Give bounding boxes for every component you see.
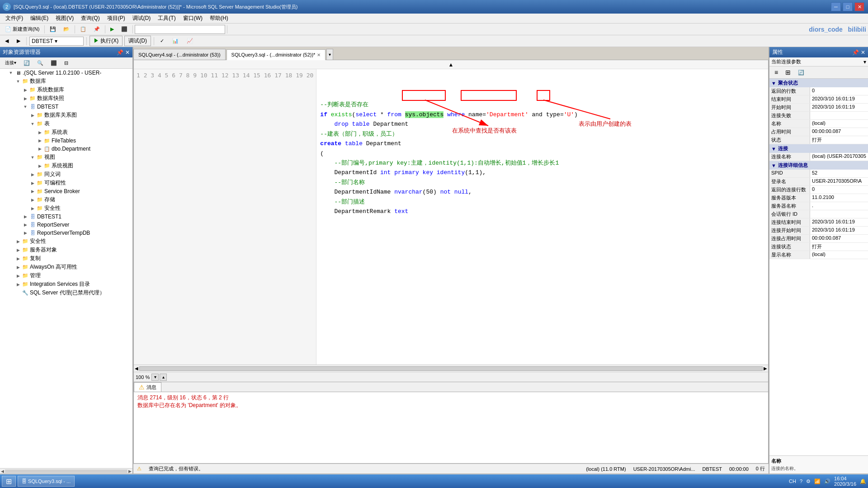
prop-section-aggregate[interactable]: ▼ 聚合状态 <box>769 79 868 87</box>
close-button[interactable]: ✕ <box>854 2 864 11</box>
oe-close-icon[interactable]: ✕ <box>125 49 130 56</box>
tree-item-sqlagent[interactable]: ▶ 🔧 SQL Server 代理(已禁用代理） <box>0 289 132 297</box>
new-query-button[interactable]: 📄 新建查询(N) <box>2 24 42 34</box>
taskbar-notification[interactable]: 🔔 <box>860 479 866 484</box>
save-button[interactable]: 💾 <box>47 25 59 33</box>
taskbar-app-btn[interactable]: 🗄 SQLQuery3.sql - ... <box>18 476 75 487</box>
prop-refresh-btn[interactable]: 🔄 <box>795 67 807 77</box>
parse-button[interactable]: ✓ <box>157 37 167 45</box>
results-button[interactable]: 📊 <box>169 37 182 45</box>
tab-sqlquery4[interactable]: SQLQuery4.sql - (...dministrator (53)) <box>133 49 226 60</box>
tree-item-prog[interactable]: ▶ 📁 可编程性 <box>0 179 132 187</box>
stop-button[interactable]: ⬛ <box>118 25 131 33</box>
maximize-button[interactable]: □ <box>843 2 853 11</box>
tree-item-replication[interactable]: ▶ 📁 复制 <box>0 254 132 263</box>
expander-security-db[interactable]: ▶ <box>29 205 36 212</box>
expander-sysviews[interactable]: ▶ <box>36 162 43 170</box>
tree-item-alwayson[interactable]: ▶ 📁 AlwaysOn 高可用性 <box>0 263 132 271</box>
oe-collapse-btn[interactable]: ⊟ <box>61 58 71 67</box>
expander-systables[interactable]: ▶ <box>36 129 43 136</box>
include-actual-button[interactable]: 📈 <box>184 37 196 45</box>
expander-views[interactable]: ▼ <box>29 154 36 161</box>
menu-tools[interactable]: 工具(T) <box>154 14 179 23</box>
prop-categorized-btn[interactable]: ≡ <box>771 67 781 77</box>
copy-button[interactable]: 📋 <box>77 25 90 33</box>
tree-item-management[interactable]: ▶ 📁 管理 <box>0 271 132 280</box>
code-body[interactable]: 在系统中查找是否有该表 表示由用户创建的表 --判断表是否存在 if exist… <box>316 69 768 365</box>
tree-item-dbtest[interactable]: ▼ 🗄 DBTEST <box>0 103 132 111</box>
expander-dbtest[interactable]: ▼ <box>22 103 29 110</box>
menu-query[interactable]: 查询(Q) <box>77 14 103 23</box>
zoom-down-btn[interactable]: ▾ <box>151 374 159 381</box>
expander-filetables[interactable]: ▶ <box>36 137 43 144</box>
prop-dropdown[interactable]: 当前连接参数 <box>771 58 863 65</box>
open-button[interactable]: 📂 <box>60 25 73 33</box>
tree-item-reporttempdb[interactable]: ▶ 🗄 ReportServerTempDB <box>0 229 132 237</box>
expander-security-srv[interactable]: ▶ <box>14 238 22 245</box>
tree-item-databases[interactable]: ▼ 📁 数据库 <box>0 77 132 85</box>
taskbar-question[interactable]: ? <box>800 479 802 484</box>
tree-item-storage[interactable]: ▶ 📁 存储 <box>0 195 132 204</box>
menu-view[interactable]: 视图(V) <box>52 14 77 23</box>
expander-systemdb[interactable]: ▶ <box>22 86 29 94</box>
oe-stop-btn[interactable]: ⬛ <box>47 58 60 67</box>
expander-databases[interactable]: ▼ <box>14 78 22 85</box>
prop-dropdown-arrow[interactable]: ▾ <box>863 59 866 65</box>
database-dropdown[interactable]: DBTEST ▾ <box>29 37 84 46</box>
tree-item-systemdb[interactable]: ▶ 📁 系统数据库 <box>0 85 132 94</box>
result-tab-messages[interactable]: ⚠ 消息 <box>134 382 161 392</box>
tree-item-dept[interactable]: ▶ 📋 dbo.Department <box>0 145 132 153</box>
menu-window[interactable]: 窗口(W) <box>179 14 206 23</box>
expander-snapshots[interactable]: ▶ <box>22 95 29 102</box>
tree-item-reportserver[interactable]: ▶ 🗄 ReportServer <box>0 221 132 229</box>
execute-button[interactable]: ▶ 执行(X) <box>90 36 123 46</box>
expander-reportserver[interactable]: ▶ <box>22 221 29 228</box>
paste-button[interactable]: 📌 <box>90 25 103 33</box>
tab-close-icon[interactable]: ✕ <box>317 52 321 57</box>
tree-item-serverobj[interactable]: ▶ 📁 服务器对象 <box>0 246 132 254</box>
expander-diagrams[interactable]: ▶ <box>29 112 36 119</box>
tab-sqlquery3[interactable]: SQLQuery3.sql - (...dministrator (52))* … <box>226 49 326 60</box>
tree-item-sysviews[interactable]: ▶ 📁 系统视图 <box>0 161 132 170</box>
tree-item-security-srv[interactable]: ▶ 📁 安全性 <box>0 237 132 246</box>
zoom-up-btn[interactable]: ▴ <box>160 374 167 381</box>
oe-connect-btn[interactable]: 连接▾ <box>2 58 19 67</box>
tree-item-security-db[interactable]: ▶ 📁 安全性 <box>0 204 132 213</box>
expander-root[interactable]: ▼ <box>7 69 14 76</box>
oe-pin-icon[interactable]: 📌 <box>117 49 123 56</box>
tree-item-servicebroker[interactable]: ▶ 📁 Service Broker <box>0 187 132 195</box>
minimize-button[interactable]: ─ <box>831 2 841 11</box>
menu-edit[interactable]: 编辑(E) <box>27 14 52 23</box>
oe-scrollbar[interactable]: ◀ ▶ <box>0 468 132 474</box>
menu-debug[interactable]: 调试(D) <box>129 14 155 23</box>
expander-dept[interactable]: ▶ <box>36 145 43 152</box>
tree-item-filetables[interactable]: ▶ 📁 FileTables <box>0 137 132 145</box>
tree-item-root[interactable]: ▼ 🖥 .(SQL Server 11.0.2100 - USER- <box>0 69 132 77</box>
tree-item-tables[interactable]: ▼ 📁 表 <box>0 119 132 128</box>
expander-dbtest1[interactable]: ▶ <box>22 213 29 220</box>
tree-item-systables[interactable]: ▶ 📁 系统表 <box>0 128 132 137</box>
prop-section-connection[interactable]: ▼ 连接 <box>769 144 868 153</box>
toolbar-fwd[interactable]: ▶ <box>14 37 24 45</box>
expander-serverobj[interactable]: ▶ <box>14 246 22 254</box>
search-field[interactable] <box>135 25 225 34</box>
expander-synonyms[interactable]: ▶ <box>29 171 36 178</box>
tree-item-synonyms[interactable]: ▶ 📁 同义词 <box>0 170 132 179</box>
oe-refresh-btn[interactable]: 🔄 <box>20 58 33 67</box>
menu-help[interactable]: 帮助(H) <box>206 14 232 23</box>
tree-item-diagrams[interactable]: ▶ 📁 数据库关系图 <box>0 111 132 119</box>
start-button[interactable]: ⊞ <box>2 476 16 487</box>
run-button[interactable]: ▶ <box>107 25 117 33</box>
menu-project[interactable]: 项目(P) <box>104 14 129 23</box>
expander-alwayson[interactable]: ▶ <box>14 264 22 271</box>
expander-management[interactable]: ▶ <box>14 272 22 280</box>
tree-item-views[interactable]: ▼ 📁 视图 <box>0 153 132 161</box>
tab-dropdown[interactable]: ▾ <box>326 49 333 60</box>
menu-file[interactable]: 文件(F) <box>2 14 27 23</box>
oe-filter-btn[interactable]: 🔍 <box>34 58 47 67</box>
prop-pin-icon[interactable]: 📌 <box>852 49 859 56</box>
expander-reporttempdb[interactable]: ▶ <box>22 229 29 237</box>
expander-storage[interactable]: ▶ <box>29 196 36 204</box>
tree-item-integration[interactable]: ▶ 📁 Integration Services 目录 <box>0 280 132 289</box>
expander-tables[interactable]: ▼ <box>29 120 36 128</box>
